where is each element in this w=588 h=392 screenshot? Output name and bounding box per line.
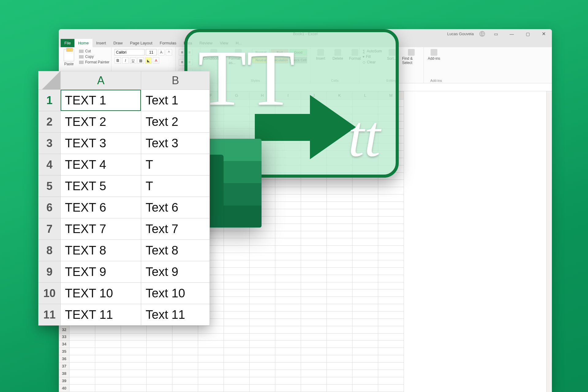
cell-H33[interactable] xyxy=(250,333,275,341)
cell-C38[interactable] xyxy=(121,370,147,377)
cell-K36[interactable] xyxy=(327,355,352,363)
cell-B40[interactable] xyxy=(95,384,121,392)
avatar[interactable]: LG xyxy=(479,31,485,37)
cell-I34[interactable] xyxy=(275,341,301,348)
cell-F36[interactable] xyxy=(198,355,224,363)
close-icon[interactable]: ✕ xyxy=(538,31,549,37)
cell-L32[interactable] xyxy=(352,326,378,333)
cell-J24[interactable] xyxy=(301,267,327,275)
cell-G39[interactable] xyxy=(224,377,250,384)
cell-M28[interactable] xyxy=(378,297,404,304)
cell-M37[interactable] xyxy=(378,362,404,370)
cell-H25[interactable] xyxy=(250,275,275,282)
cell-E32[interactable] xyxy=(172,326,198,333)
cell-L31[interactable] xyxy=(352,318,378,326)
cell-F35[interactable] xyxy=(198,348,224,355)
cell-M17[interactable] xyxy=(378,216,404,224)
cell-K20[interactable] xyxy=(327,238,352,246)
cell-K37[interactable] xyxy=(327,362,352,370)
cell-L36[interactable] xyxy=(352,355,378,363)
cell-J35[interactable] xyxy=(301,348,327,355)
decrease-font-icon[interactable]: ᴬ xyxy=(166,49,172,55)
tab-page-layout[interactable]: Page Layout xyxy=(126,39,156,47)
cell-L29[interactable] xyxy=(352,304,378,311)
cell-J22[interactable] xyxy=(301,253,327,260)
paste-button[interactable]: Paste xyxy=(62,49,76,66)
cell-L26[interactable] xyxy=(352,282,378,289)
cell-G26[interactable] xyxy=(224,282,250,289)
cell-I16[interactable] xyxy=(275,209,301,216)
tab-insert[interactable]: Insert xyxy=(92,39,110,47)
cell-K19[interactable] xyxy=(327,231,352,238)
cell-L19[interactable] xyxy=(352,231,378,238)
cell-A34[interactable] xyxy=(70,341,95,348)
cell-J17[interactable] xyxy=(301,216,327,224)
cell-H24[interactable] xyxy=(250,267,275,275)
row-header-36[interactable]: 36 xyxy=(59,355,70,363)
ribbon-display-icon[interactable]: ▭ xyxy=(491,32,501,36)
border-button[interactable]: ▦ xyxy=(138,57,144,64)
addins-button[interactable]: Add-ins xyxy=(427,49,441,61)
cell-H32[interactable] xyxy=(250,326,275,333)
row-header-34[interactable]: 34 xyxy=(59,341,70,348)
cell-I18[interactable] xyxy=(275,224,301,231)
font-color-button[interactable]: A xyxy=(153,57,159,64)
cell-I31[interactable] xyxy=(275,318,301,326)
cell-H23[interactable] xyxy=(250,260,275,267)
cell-K40[interactable] xyxy=(327,384,352,392)
row-header-37[interactable]: 37 xyxy=(59,362,70,370)
user-name[interactable]: Lucas Gouveia xyxy=(447,32,474,36)
cell-M31[interactable] xyxy=(378,318,404,326)
cell-I38[interactable] xyxy=(275,370,301,377)
cell-I14[interactable] xyxy=(275,194,301,202)
cell-A32[interactable] xyxy=(70,326,95,333)
cell-J19[interactable] xyxy=(301,231,327,238)
cell-J20[interactable] xyxy=(301,238,327,246)
cell-K35[interactable] xyxy=(327,348,352,355)
cell-G25[interactable] xyxy=(224,275,250,282)
cell-K16[interactable] xyxy=(327,209,352,216)
cell-E38[interactable] xyxy=(172,370,198,377)
cell-I39[interactable] xyxy=(275,377,301,384)
cell-M33[interactable] xyxy=(378,333,404,341)
font-size-input[interactable] xyxy=(146,49,157,55)
cell-M16[interactable] xyxy=(378,209,404,216)
cell-I32[interactable] xyxy=(275,326,301,333)
cell-G36[interactable] xyxy=(224,355,250,363)
cell-J23[interactable] xyxy=(301,260,327,267)
cell-H39[interactable] xyxy=(250,377,275,384)
cell-M12[interactable] xyxy=(378,180,404,187)
cell-K18[interactable] xyxy=(327,224,352,231)
cell-G24[interactable] xyxy=(224,267,250,275)
cell-F33[interactable] xyxy=(198,333,224,341)
minimize-icon[interactable]: — xyxy=(507,32,517,36)
cell-M23[interactable] xyxy=(378,260,404,267)
cell-H22[interactable] xyxy=(250,253,275,260)
cell-I17[interactable] xyxy=(275,216,301,224)
cell-J18[interactable] xyxy=(301,224,327,231)
cell-G21[interactable] xyxy=(224,246,250,253)
bold-button[interactable]: B xyxy=(115,57,121,64)
tab-formulas[interactable]: Formulas xyxy=(156,39,180,47)
cell-L17[interactable] xyxy=(352,216,378,224)
copy-button[interactable]: Copy xyxy=(79,55,109,59)
cell-J39[interactable] xyxy=(301,377,327,384)
cell-E39[interactable] xyxy=(172,377,198,384)
cell-L25[interactable] xyxy=(352,275,378,282)
cell-K32[interactable] xyxy=(327,326,352,333)
cell-C32[interactable] xyxy=(121,326,147,333)
cell-I15[interactable] xyxy=(275,202,301,209)
cell-J13[interactable] xyxy=(301,187,327,194)
cell-G22[interactable] xyxy=(224,253,250,260)
cell-G28[interactable] xyxy=(224,297,250,304)
cell-J14[interactable] xyxy=(301,194,327,202)
cell-M25[interactable] xyxy=(378,275,404,282)
cell-C33[interactable] xyxy=(121,333,147,341)
cell-L14[interactable] xyxy=(352,194,378,202)
cell-G35[interactable] xyxy=(224,348,250,355)
cell-K33[interactable] xyxy=(327,333,352,341)
cell-L12[interactable] xyxy=(352,180,378,187)
tab-file[interactable]: File xyxy=(61,39,74,47)
cell-A40[interactable] xyxy=(70,384,95,392)
cell-D33[interactable] xyxy=(147,333,172,341)
